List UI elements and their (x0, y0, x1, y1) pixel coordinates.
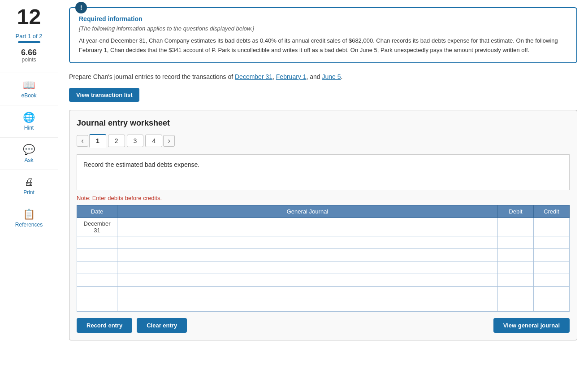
ebook-icon: 📖 (23, 79, 35, 91)
debit-input-3[interactable] (498, 261, 533, 274)
date-cell-2 (77, 248, 117, 261)
debit-input-4[interactable] (498, 274, 533, 286)
sidebar-label-references: References (15, 222, 43, 228)
journal-input-6[interactable] (117, 299, 497, 311)
debit-input-2[interactable] (498, 249, 533, 261)
credit-cell-3[interactable] (534, 261, 570, 274)
table-row (77, 286, 570, 299)
record-entry-button[interactable]: Record entry (77, 318, 132, 333)
table-row: December 31 (77, 218, 570, 236)
tab-2[interactable]: 2 (108, 135, 125, 147)
sidebar-label-hint: Hint (24, 125, 34, 131)
sidebar-label-ask: Ask (24, 157, 33, 163)
credit-cell-4[interactable] (534, 274, 570, 286)
problem-number: 12 (17, 4, 41, 29)
debit-cell-4[interactable] (498, 274, 534, 286)
sidebar-item-references[interactable]: 📋 References (0, 204, 58, 232)
view-transaction-button[interactable]: View transaction list (69, 88, 139, 102)
date-cell-1 (77, 236, 117, 248)
debit-cell-0[interactable] (498, 218, 534, 236)
table-row (77, 261, 570, 274)
table-row (77, 299, 570, 311)
tabs-row: ‹ 1 2 3 4 › (77, 134, 570, 148)
debit-cell-5[interactable] (498, 286, 534, 299)
debit-cell-1[interactable] (498, 236, 534, 248)
february-link[interactable]: February 1 (276, 73, 307, 80)
journal-input-2[interactable] (117, 249, 497, 261)
credit-cell-1[interactable] (534, 236, 570, 248)
points-label: points (22, 57, 36, 63)
journal-cell-1[interactable] (117, 236, 498, 248)
header-debit: Debit (498, 205, 534, 218)
credit-input-5[interactable] (534, 287, 569, 299)
journal-cell-3[interactable] (117, 261, 498, 274)
debit-input-1[interactable] (498, 236, 533, 248)
credit-cell-0[interactable] (534, 218, 570, 236)
journal-table: Date General Journal Debit Credit Decemb… (77, 205, 570, 312)
instruction-box: Record the estimated bad debts expense. (77, 154, 570, 190)
debit-input-5[interactable] (498, 287, 533, 299)
december-link[interactable]: December 31 (235, 73, 272, 80)
info-box: ! Required information [The following in… (69, 7, 577, 63)
hint-icon: 🌐 (23, 112, 35, 123)
journal-cell-0[interactable] (117, 218, 498, 236)
credit-input-4[interactable] (534, 274, 569, 286)
sidebar-item-ask[interactable]: 💬 Ask (0, 139, 58, 168)
sidebar-item-hint[interactable]: 🌐 Hint (0, 107, 58, 135)
credit-cell-2[interactable] (534, 248, 570, 261)
ask-icon: 💬 (23, 144, 35, 156)
table-row (77, 248, 570, 261)
credit-input-3[interactable] (534, 261, 569, 274)
prepare-text: Prepare Chan's journal entries to record… (69, 72, 577, 82)
june-link[interactable]: June 5 (322, 73, 341, 80)
clear-entry-button[interactable]: Clear entry (137, 318, 187, 333)
journal-input-4[interactable] (117, 274, 497, 286)
view-general-journal-button[interactable]: View general journal (493, 318, 570, 333)
date-cell-5 (77, 286, 117, 299)
tab-prev-button[interactable]: ‹ (77, 135, 88, 147)
journal-input-5[interactable] (117, 287, 497, 299)
sidebar-divider-5 (0, 202, 58, 202)
tab-3[interactable]: 3 (127, 135, 144, 147)
debit-cell-2[interactable] (498, 248, 534, 261)
sidebar-divider-4 (0, 170, 58, 170)
journal-cell-6[interactable] (117, 299, 498, 311)
worksheet-title: Journal entry worksheet (77, 118, 570, 128)
journal-input-3[interactable] (117, 261, 497, 274)
sidebar-item-ebook[interactable]: 📖 eBook (0, 75, 58, 103)
journal-cell-2[interactable] (117, 248, 498, 261)
date-cell-0: December 31 (77, 218, 117, 236)
journal-cell-5[interactable] (117, 286, 498, 299)
debit-cell-3[interactable] (498, 261, 534, 274)
credit-cell-6[interactable] (534, 299, 570, 311)
sidebar-label-ebook: eBook (21, 92, 36, 99)
credit-cell-5[interactable] (534, 286, 570, 299)
info-box-title: Required information (79, 15, 567, 22)
part-label: Part 1 of 2 (16, 33, 43, 39)
journal-input-1[interactable] (117, 236, 497, 248)
tab-1[interactable]: 1 (89, 134, 106, 148)
credit-input-6[interactable] (534, 299, 569, 311)
credit-input-1[interactable] (534, 236, 569, 248)
credit-input-2[interactable] (534, 249, 569, 261)
sidebar-item-print[interactable]: 🖨 Print (0, 172, 58, 200)
debit-input-0[interactable] (498, 218, 533, 236)
header-date: Date (77, 205, 117, 218)
sidebar-divider-1 (0, 73, 58, 73)
debit-input-6[interactable] (498, 299, 533, 311)
debit-cell-6[interactable] (498, 299, 534, 311)
date-cell-6 (77, 299, 117, 311)
journal-input-0[interactable] (117, 218, 497, 236)
print-icon: 🖨 (24, 176, 34, 188)
sidebar-divider-3 (0, 137, 58, 138)
info-icon: ! (75, 2, 87, 13)
date-cell-4 (77, 274, 117, 286)
journal-cell-4[interactable] (117, 274, 498, 286)
tab-next-button[interactable]: › (163, 135, 175, 147)
points-value: 6.66 (21, 48, 37, 57)
tab-4[interactable]: 4 (145, 135, 162, 147)
references-icon: 📋 (23, 209, 35, 220)
credit-input-0[interactable] (534, 218, 569, 236)
date-cell-3 (77, 261, 117, 274)
table-row (77, 274, 570, 286)
